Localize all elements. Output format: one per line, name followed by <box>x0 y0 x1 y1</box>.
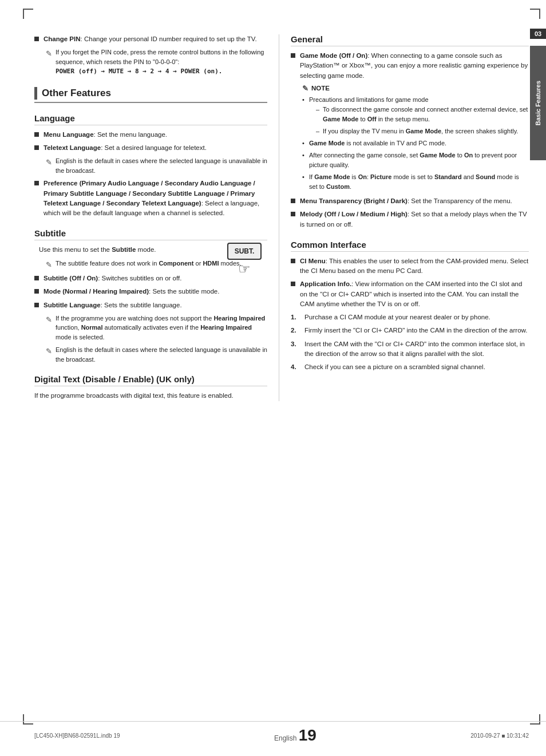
melody-text: Melody (Off / Low / Medium / High): Set … <box>300 209 529 229</box>
bullet-sq <box>34 276 39 280</box>
subtitle-mode-text: Mode (Normal / Hearing Impaired): Sets t… <box>43 287 267 296</box>
ci-menu-text: CI Menu: This enables the user to select… <box>300 256 529 276</box>
subtitle-lang-note2-text: English is the default in cases where th… <box>56 345 267 364</box>
corner-mark-tl <box>23 9 33 19</box>
note-label: ✎ NOTE <box>302 84 529 93</box>
other-features-header: Other Features <box>34 87 267 103</box>
bullet-sq <box>34 145 39 150</box>
pencil-icon2: ✎ <box>46 157 52 168</box>
teletext-language-label: Teletext Language <box>43 144 101 151</box>
bullet-sq <box>291 199 295 203</box>
game-mode-note-block: ✎ NOTE Precautions and limitations for g… <box>302 84 529 192</box>
chapter-tab: Basic Features <box>530 46 546 160</box>
teletext-note: ✎ English is the default in cases where … <box>46 156 267 175</box>
note-subitem-2: If you display the TV menu in Game Mode,… <box>316 126 529 136</box>
bullet-sq <box>34 289 39 294</box>
app-info-text: Application Info.: View information on t… <box>300 279 529 309</box>
pencil-icon5: ✎ <box>46 346 52 357</box>
preference-text: Preference (Primary Audio Language / Sec… <box>43 179 267 218</box>
preference-item: Preference (Primary Audio Language / Sec… <box>34 179 267 218</box>
menu-language-label: Menu Language <box>43 131 94 138</box>
note-item-1: Precautions and limitations for game mod… <box>302 95 529 136</box>
subtitle-title: Subtitle <box>34 228 267 240</box>
teletext-language-item: Teletext Language: Set a desired languag… <box>34 143 267 153</box>
change-pin-label: Change PIN <box>43 35 81 42</box>
bullet-sq <box>291 212 295 216</box>
chapter-number: 03 <box>530 29 546 39</box>
change-pin-desc: : Change your personal ID number require… <box>81 35 257 42</box>
subtitle-lang-note1: ✎ If the programme you are watching does… <box>46 314 267 342</box>
hand-icon: ☞ <box>227 261 262 277</box>
common-interface-title: Common Interface <box>291 240 529 252</box>
bullet-sq <box>34 181 39 185</box>
page-number: 19 <box>299 726 316 744</box>
subtitle-lang-note2: ✎ English is the default in cases where … <box>46 345 267 364</box>
game-mode-item: Game Mode (Off / On): When connecting to… <box>291 51 529 81</box>
digital-text-body: If the programme broadcasts with digital… <box>34 391 267 401</box>
ci-step-2: 2. Firmly insert the "CI or CI+ CARD" in… <box>291 326 529 335</box>
footer-left: [LC450-XH]BN68-02591L.indb 19 <box>34 733 120 739</box>
note-content: Precautions and limitations for game mod… <box>302 95 529 192</box>
content-area: Change PIN: Change your personal ID numb… <box>0 0 546 424</box>
subtitle-section: Subtitle SUBT. ☞ Use this menu to set th… <box>34 228 267 364</box>
teletext-language-text: Teletext Language: Set a desired languag… <box>43 143 267 153</box>
note-subitem-1: To disconnect the game console and conne… <box>316 105 529 124</box>
corner-mark-tr <box>530 9 540 19</box>
header-bar <box>34 87 37 100</box>
chapter-title: Basic Features <box>535 81 541 125</box>
bullet-sq <box>34 303 39 307</box>
note-item-4: If Game Mode is On: Picture mode is set … <box>302 172 529 192</box>
other-features-title: Other Features <box>42 88 111 99</box>
bullet-sq <box>291 53 295 58</box>
melody-item: Melody (Off / Low / Medium / High): Set … <box>291 209 529 229</box>
right-column: General Game Mode (Off / On): When conne… <box>279 34 529 401</box>
change-pin-note: ✎ If you forget the PIN code, press the … <box>46 48 267 77</box>
note-item-2: Game Mode is not available in TV and PC … <box>302 138 529 148</box>
ci-menu-item: CI Menu: This enables the user to select… <box>291 256 529 276</box>
pencil-icon: ✎ <box>46 48 52 60</box>
ci-step-1: 1. Purchase a CI CAM module at your near… <box>291 312 529 322</box>
app-info-item: Application Info.: View information on t… <box>291 279 529 309</box>
teletext-note-text: English is the default in cases where th… <box>56 156 267 175</box>
pencil-icon4: ✎ <box>46 314 52 326</box>
footer: [LC450-XH]BN68-02591L.indb 19 English 19… <box>0 721 546 745</box>
footer-timestamp: 2010-09-27 ■ 10:31:42 <box>470 733 529 739</box>
note-item-3: After connecting the game console, set G… <box>302 151 529 170</box>
change-pin-note-text: If you forget the PIN code, press the re… <box>56 48 267 77</box>
menu-language-item: Menu Language: Set the menu language. <box>34 130 267 140</box>
game-mode-text: Game Mode (Off / On): When connecting to… <box>300 51 529 81</box>
language-title: Language <box>34 113 267 125</box>
bullet-sq <box>291 259 295 263</box>
subtitle-lang-text: Subtitle Language: Sets the subtitle lan… <box>43 300 267 310</box>
page-container: Basic Features 03 Change PIN: Change you… <box>0 0 546 756</box>
bullet-sq <box>291 282 295 286</box>
subt-button: SUBT. <box>227 243 262 260</box>
general-title: General <box>291 34 529 46</box>
subt-button-area: SUBT. ☞ <box>227 243 262 277</box>
ci-step-4: 4. Check if you can see a picture on a s… <box>291 362 529 372</box>
menu-transparency-item: Menu Transparency (Bright / Dark): Set t… <box>291 196 529 206</box>
footer-right: English 19 <box>274 726 316 745</box>
bullet-square <box>34 37 39 41</box>
bullet-sq <box>34 132 39 137</box>
ci-step-3: 3. Insert the CAM with the "CI or CI+ CA… <box>291 339 529 359</box>
change-pin-item: Change PIN: Change your personal ID numb… <box>34 34 267 44</box>
menu-transparency-text: Menu Transparency (Bright / Dark): Set t… <box>300 196 529 206</box>
pencil-icon6: ✎ <box>302 84 308 93</box>
pencil-icon3: ✎ <box>46 259 52 271</box>
change-pin-text: Change PIN: Change your personal ID numb… <box>43 34 267 44</box>
left-column: Change PIN: Change your personal ID numb… <box>34 34 279 401</box>
subtitle-mode-item: Mode (Normal / Hearing Impaired): Sets t… <box>34 287 267 296</box>
subtitle-lang-note1-text: If the programme you are watching does n… <box>56 314 267 342</box>
change-pin-sequence: POWER (off) → MUTE → 8 → 2 → 4 → POWER (… <box>56 68 222 75</box>
subtitle-lang-item: Subtitle Language: Sets the subtitle lan… <box>34 300 267 310</box>
digital-text-title: Digital Text (Disable / Enable) (UK only… <box>34 374 267 386</box>
menu-language-text: Menu Language: Set the menu language. <box>43 130 267 140</box>
